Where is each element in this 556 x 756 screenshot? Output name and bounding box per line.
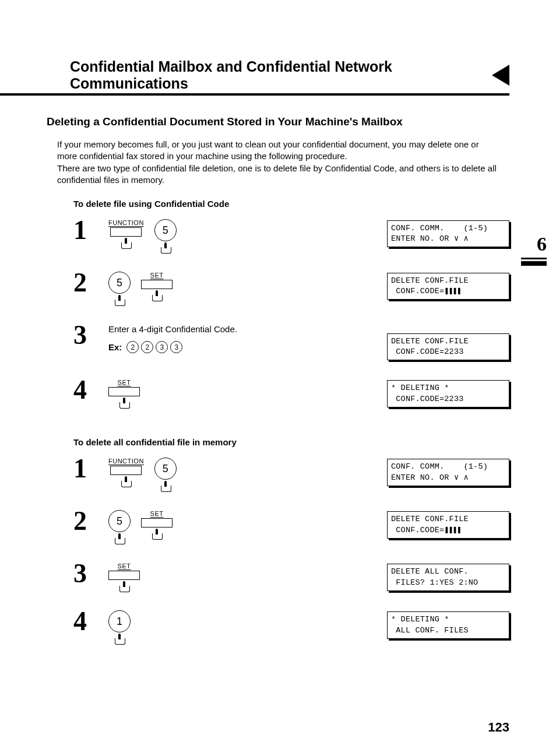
digit-key: 5 (108, 510, 131, 544)
lcd-display: DELETE CONF.FILE CONF.CODE=2233 (387, 333, 509, 360)
step-row: 1 FUNCTION 5 CONF. COMM. (1-5) ENTER NO.… (73, 217, 509, 253)
press-hand-icon (118, 398, 130, 408)
tab-bar-icon (521, 258, 547, 259)
step-instruction: Enter a 4-digit Confidential Code. (108, 324, 237, 334)
page-title: Confidential Mailbox and Confidential Ne… (70, 58, 485, 92)
lcd-display: DELETE CONF.FILE CONF.CODE=❚❚❚❚ (387, 511, 509, 538)
chapter-number: 6 (537, 233, 547, 255)
circled-digit-icon: 2 (141, 341, 153, 353)
step-actions: FUNCTION 5 (108, 455, 289, 491)
page-header: Confidential Mailbox and Confidential Ne… (47, 58, 509, 92)
step-number: 3 (73, 322, 108, 349)
step-number: 1 (73, 217, 108, 244)
press-hand-icon (151, 290, 163, 301)
step-actions: Enter a 4-digit Confidential Code. Ex: 2… (108, 322, 289, 353)
digit-key: 5 (154, 458, 177, 491)
lcd-display: CONF. COMM. (1-5) ENTER NO. OR ∨ ∧ (387, 220, 509, 247)
header-rule (0, 93, 509, 96)
press-hand-icon (114, 295, 125, 305)
circled-digit-icon: 3 (156, 341, 168, 353)
tab-bar-icon (521, 261, 547, 266)
manual-page: Confidential Mailbox and Confidential Ne… (0, 0, 556, 756)
lcd-blocks: ❚❚❚❚ (444, 526, 461, 535)
key-label: FUNCTION (108, 458, 144, 465)
step-actions: SET (108, 560, 289, 592)
lcd-display: DELETE ALL CONF. FILES? 1:YES 2:NO (387, 564, 509, 590)
function-key: FUNCTION (108, 458, 144, 487)
step-row: 4 1 * DELETING * ALL CONF. FILES (73, 608, 509, 644)
key-label: SET (118, 562, 131, 569)
step-actions: 5 SET (108, 269, 289, 305)
press-hand-icon (114, 634, 125, 644)
circled-digit-icon: 3 (170, 341, 182, 353)
step-row: 3 SET DELETE ALL CONF. FILES? 1:YES 2:NO (73, 560, 509, 592)
step-row: 3 Enter a 4-digit Confidential Code. Ex:… (73, 322, 509, 360)
rect-key-icon (110, 466, 142, 475)
circled-digit-icon: 2 (126, 341, 139, 353)
rect-key-icon (108, 571, 140, 580)
lcd-blocks: ❚❚❚❚ (444, 287, 461, 296)
digit-key: 1 (108, 610, 131, 644)
step-row: 2 5 SET DELETE CONF.FILE CONF.CODE=❚❚❚❚ (73, 508, 509, 544)
intro-paragraph: If your memory becomes full, or you just… (57, 139, 500, 186)
step-row: 2 5 SET DELETE CONF.FILE CONF.CODE=❚❚❚❚ (73, 269, 509, 305)
key-label: SET (118, 379, 131, 386)
step-number: 2 (73, 269, 108, 296)
step-row: 1 FUNCTION 5 CONF. COMM. (1-5) ENTER NO.… (73, 455, 509, 491)
page-number: 123 (488, 720, 509, 735)
step-number: 3 (73, 560, 108, 587)
rect-key-icon (141, 518, 173, 528)
circle-key-icon: 5 (154, 458, 177, 480)
step-number: 1 (73, 455, 108, 482)
press-hand-icon (120, 238, 132, 248)
key-label: FUNCTION (108, 219, 144, 226)
procedure-b-label: To delete all confidential file in memor… (73, 437, 509, 447)
step-row: 4 SET * DELETING * CONF.CODE=2233 (73, 377, 509, 408)
chapter-tab: 6 (521, 233, 547, 266)
step-actions: 5 SET (108, 508, 289, 544)
procedure-a-label: To delete file using Confidential Code (73, 199, 509, 209)
lcd-display: * DELETING * CONF.CODE=2233 (387, 380, 509, 407)
lcd-display: CONF. COMM. (1-5) ENTER NO. OR ∨ ∧ (387, 459, 509, 486)
step-actions: 1 (108, 608, 289, 644)
circle-key-icon: 5 (154, 219, 177, 241)
press-hand-icon (160, 481, 171, 491)
press-hand-icon (151, 529, 163, 539)
digit-key: 5 (154, 219, 177, 253)
rect-key-icon (141, 280, 173, 289)
circle-key-icon: 5 (108, 510, 131, 532)
section-heading: Deleting a Confidential Document Stored … (47, 115, 509, 128)
step-actions: SET (108, 377, 289, 408)
step-number: 4 (73, 377, 108, 403)
digit-key: 5 (108, 272, 131, 305)
lcd-display: * DELETING * ALL CONF. FILES (387, 611, 509, 638)
example-label: Ex: (108, 342, 122, 352)
press-hand-icon (114, 533, 125, 544)
rect-key-icon (108, 387, 140, 396)
function-key: FUNCTION (108, 219, 144, 248)
triangle-left-icon (492, 65, 509, 86)
press-hand-icon (160, 242, 171, 253)
key-label: SET (150, 510, 164, 517)
step-actions: FUNCTION 5 (108, 217, 289, 253)
set-key: SET (108, 562, 140, 592)
press-hand-icon (118, 581, 130, 592)
set-key: SET (108, 379, 140, 408)
example-row: Ex: 2 2 3 3 (108, 341, 182, 353)
circle-key-icon: 1 (108, 610, 131, 632)
step-number: 2 (73, 508, 108, 535)
step-number: 4 (73, 608, 108, 635)
rect-key-icon (110, 227, 142, 237)
circle-key-icon: 5 (108, 272, 131, 294)
press-hand-icon (120, 476, 132, 487)
lcd-display: DELETE CONF.FILE CONF.CODE=❚❚❚❚ (387, 273, 509, 300)
key-label: SET (150, 272, 164, 279)
set-key: SET (141, 510, 173, 539)
set-key: SET (141, 272, 173, 301)
